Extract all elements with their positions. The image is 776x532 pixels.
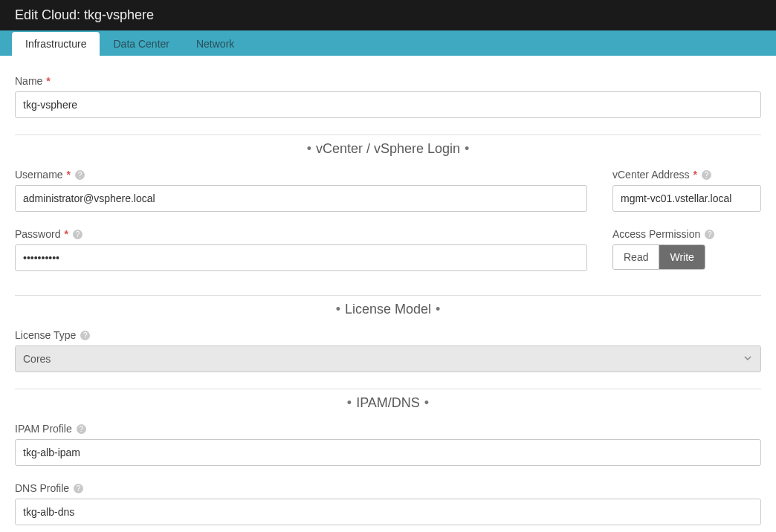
tabs-bar: Infrastructure Data Center Network	[0, 30, 776, 56]
field-dns-profile: DNS Profile ?	[15, 482, 761, 525]
modal-title: Edit Cloud: tkg-vsphere	[15, 7, 154, 22]
section-divider	[15, 295, 761, 296]
vcenter-address-input[interactable]	[612, 185, 761, 212]
tab-network[interactable]: Network	[183, 32, 248, 56]
help-icon[interactable]: ?	[702, 170, 711, 180]
required-asterisk: *	[46, 75, 50, 87]
access-permission-toggle: Read Write	[612, 244, 705, 270]
modal-header: Edit Cloud: tkg-vsphere	[0, 0, 776, 30]
field-name: Name *	[15, 75, 761, 118]
field-vcenter-address: vCenter Address * ?	[612, 169, 761, 212]
password-label: Password	[15, 228, 60, 240]
required-asterisk: *	[64, 228, 68, 240]
field-access-permission: Access Permission ? Read Write	[612, 228, 761, 270]
tab-label: Data Center	[113, 38, 169, 50]
vcenter-address-label: vCenter Address	[612, 169, 690, 181]
dns-profile-label: DNS Profile	[15, 482, 69, 494]
dns-profile-select[interactable]	[15, 499, 761, 525]
license-type-select[interactable]	[15, 346, 761, 372]
required-asterisk: *	[693, 169, 697, 181]
name-label: Name	[15, 75, 42, 87]
field-license-type: License Type ?	[15, 329, 761, 372]
help-icon[interactable]: ?	[73, 230, 83, 239]
tab-label: Infrastructure	[25, 38, 86, 50]
field-ipam-profile: IPAM Profile ?	[15, 423, 761, 466]
name-input[interactable]	[15, 91, 761, 118]
help-icon[interactable]: ?	[80, 331, 90, 340]
help-icon[interactable]: ?	[77, 424, 86, 434]
ipam-profile-label: IPAM Profile	[15, 423, 72, 435]
ipam-profile-select[interactable]	[15, 439, 761, 466]
section-title-vcenter: •vCenter / vSphere Login•	[15, 141, 761, 157]
section-title-ipamdns: •IPAM/DNS•	[15, 395, 761, 411]
username-input[interactable]	[15, 185, 587, 212]
help-icon[interactable]: ?	[705, 230, 714, 239]
tab-data-center[interactable]: Data Center	[100, 32, 182, 56]
tab-infrastructure[interactable]: Infrastructure	[12, 32, 100, 56]
access-permission-read[interactable]: Read	[613, 245, 659, 269]
required-asterisk: *	[67, 169, 71, 181]
help-icon[interactable]: ?	[74, 484, 83, 493]
tab-label: Network	[196, 38, 234, 50]
help-icon[interactable]: ?	[75, 170, 85, 180]
field-username: Username * ?	[15, 169, 587, 212]
form-content: Name * •vCenter / vSphere Login• Usernam…	[0, 56, 776, 532]
password-input[interactable]	[15, 244, 587, 271]
username-label: Username	[15, 169, 63, 181]
section-title-license: •License Model•	[15, 302, 761, 317]
section-divider	[15, 134, 761, 135]
license-type-label: License Type	[15, 329, 76, 341]
access-permission-write[interactable]: Write	[659, 245, 704, 269]
access-permission-label: Access Permission	[612, 228, 700, 240]
section-divider	[15, 389, 761, 389]
field-password: Password * ?	[15, 228, 587, 271]
